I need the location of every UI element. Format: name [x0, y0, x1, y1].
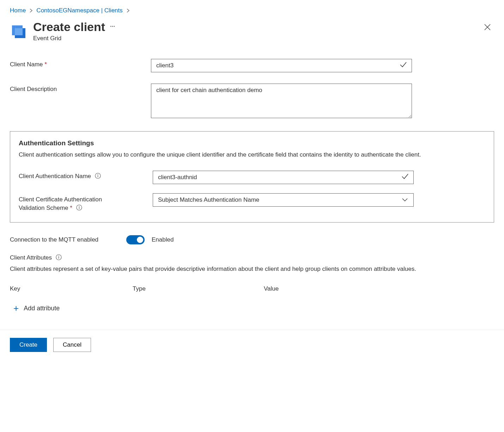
client-name-input[interactable] [151, 59, 412, 72]
auth-name-input[interactable] [153, 171, 414, 184]
svg-rect-5 [98, 175, 98, 177]
page-subtitle: Event Grid [33, 35, 115, 42]
breadcrumb-namespace[interactable]: ContosoEGNamespace | Clients [36, 7, 122, 14]
plus-icon: + [13, 304, 19, 313]
auth-section-title: Authentication Settings [19, 139, 485, 147]
column-value: Value [264, 285, 494, 292]
auth-name-label: Client Authentication Name [19, 171, 153, 180]
client-attributes-title: Client Attributes [10, 254, 494, 261]
client-name-label: Client Name * [10, 59, 151, 68]
cancel-button[interactable]: Cancel [53, 338, 91, 352]
client-description-label: Client Description [10, 84, 151, 93]
svg-rect-8 [79, 207, 79, 209]
column-type: Type [133, 285, 264, 292]
validation-scheme-label: Client Certificate Authentication Valida… [19, 193, 153, 212]
svg-rect-11 [59, 257, 59, 259]
breadcrumb-home[interactable]: Home [10, 7, 26, 14]
checkmark-icon [401, 173, 409, 182]
more-actions-button[interactable]: ··· [110, 23, 115, 34]
mqtt-toggle-label: Connection to the MQTT enabled [10, 236, 119, 243]
chevron-right-icon [126, 8, 130, 13]
svg-point-7 [79, 206, 79, 207]
attribute-table-header: Key Type Value [10, 285, 494, 292]
client-description-input[interactable]: client for cert chain authentication dem… [151, 84, 412, 118]
chevron-down-icon [402, 196, 408, 203]
footer: Create Cancel [0, 330, 504, 360]
info-icon[interactable] [76, 205, 82, 211]
validation-scheme-select[interactable]: Subject Matches Authentication Name [153, 193, 414, 207]
eventgrid-icon [10, 23, 27, 41]
authentication-settings-section: Authentication Settings Client authentic… [10, 131, 494, 222]
chevron-right-icon [29, 8, 33, 13]
mqtt-toggle-state: Enabled [152, 236, 174, 243]
breadcrumb: Home ContosoEGNamespace | Clients [10, 7, 494, 14]
client-attributes-description: Client attributes represent a set of key… [10, 265, 494, 274]
svg-point-10 [58, 256, 59, 256]
validation-scheme-value: Subject Matches Authentication Name [158, 196, 259, 203]
info-icon[interactable] [95, 173, 101, 179]
add-attribute-label: Add attribute [24, 305, 60, 312]
checkmark-icon [399, 61, 407, 71]
close-button[interactable] [481, 20, 494, 36]
mqtt-toggle[interactable] [126, 235, 145, 244]
add-attribute-button[interactable]: + Add attribute [10, 302, 494, 330]
create-button[interactable]: Create [10, 338, 47, 352]
page-title: Create client [33, 20, 105, 34]
auth-section-description: Client authentication settings allow you… [19, 151, 485, 159]
svg-point-4 [97, 174, 98, 175]
svg-rect-2 [15, 28, 23, 35]
info-icon[interactable] [56, 254, 62, 260]
column-key: Key [10, 285, 133, 292]
